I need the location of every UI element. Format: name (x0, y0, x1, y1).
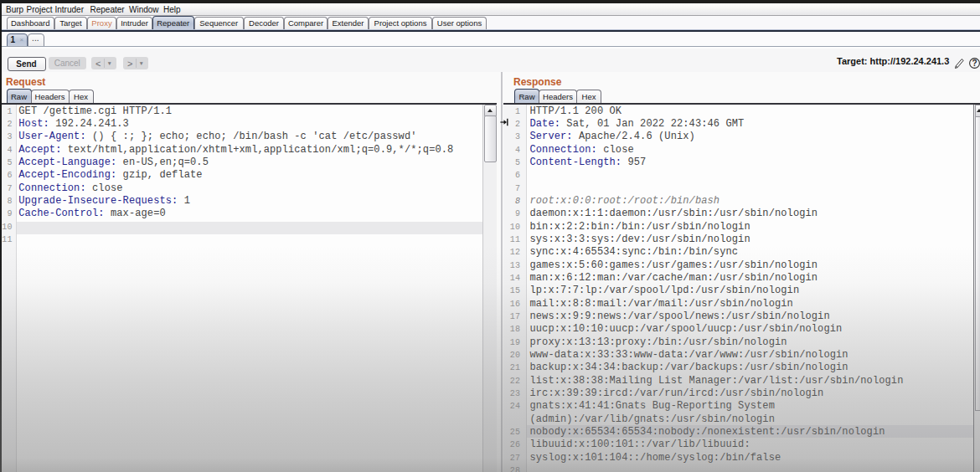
svg-text:?: ? (972, 59, 977, 68)
